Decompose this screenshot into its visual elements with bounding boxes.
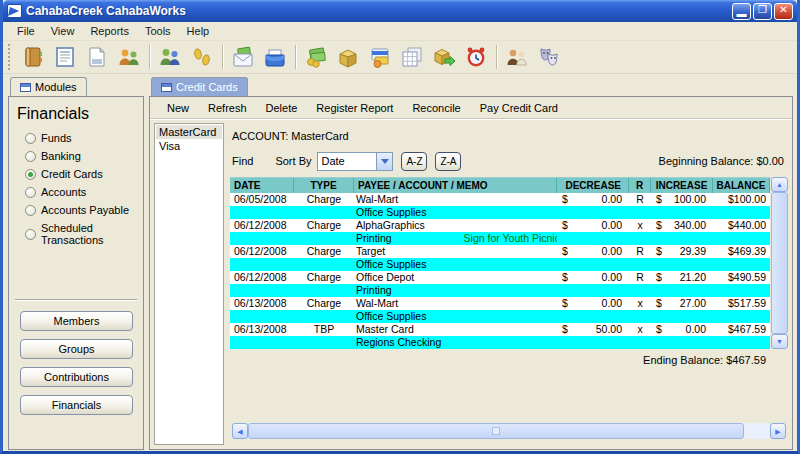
horizontal-scroll-thumb[interactable]: [248, 423, 744, 439]
table-row[interactable]: 06/12/2008 Charge AlphaGraphics $0.00 x …: [230, 219, 770, 232]
title-bar[interactable]: CahabaCreek CahabaWorks ▬ ❐ ✕: [3, 0, 797, 22]
toolbar-grip[interactable]: [8, 44, 12, 70]
close-button[interactable]: ✕: [774, 3, 793, 20]
menu-file[interactable]: File: [9, 23, 43, 39]
tab-modules[interactable]: Modules: [10, 77, 87, 96]
table-row[interactable]: 06/13/2008 Charge Wal-Mart $0.00 x $27.0…: [230, 297, 770, 310]
toolbar-treasure-chest-button[interactable]: [332, 43, 364, 71]
scroll-down-button[interactable]: ▼: [771, 334, 788, 349]
notes-list-icon: [53, 45, 77, 69]
scroll-up-button[interactable]: ▲: [771, 177, 788, 192]
new-action[interactable]: New: [159, 100, 197, 116]
contributions-button[interactable]: Contributions: [20, 367, 133, 387]
horizontal-scroll-track[interactable]: [248, 423, 770, 439]
maximize-button[interactable]: ❐: [753, 3, 772, 20]
menu-reports[interactable]: Reports: [82, 23, 137, 39]
groups-button[interactable]: Groups: [20, 339, 133, 359]
table-memo-row[interactable]: Regions Checking: [230, 336, 770, 349]
toolbar-money-coins-button[interactable]: [300, 43, 332, 71]
toolbar-alarm-clock-button[interactable]: [460, 43, 492, 71]
header-increase[interactable]: INCREASE: [651, 178, 713, 193]
currency-symbol: $: [656, 193, 662, 206]
toolbar-staff-pair-button[interactable]: [501, 43, 533, 71]
header-payee[interactable]: PAYEE / ACCOUNT / MEMO: [354, 178, 557, 193]
toolbar-card-file-button[interactable]: [259, 43, 291, 71]
radio-selected-icon: [25, 169, 36, 180]
toolbar-members-family-button[interactable]: [113, 43, 145, 71]
delete-action[interactable]: Delete: [258, 100, 306, 116]
table-row[interactable]: 06/13/2008 TBP Master Card $50.00 x $0.0…: [230, 323, 770, 336]
toolbar-new-document-button[interactable]: [81, 43, 113, 71]
table-header-row: DATE TYPE PAYEE / ACCOUNT / MEMO DECREAS…: [230, 178, 770, 193]
table-row[interactable]: 06/12/2008 Charge Office Depot $0.00 R $…: [230, 271, 770, 284]
header-balance[interactable]: BALANCE: [713, 178, 770, 193]
tab-credit-cards[interactable]: Credit Cards: [151, 77, 248, 96]
toolbar-notes-button[interactable]: [49, 43, 81, 71]
register-table: DATE TYPE PAYEE / ACCOUNT / MEMO DECREAS…: [230, 177, 770, 349]
table-memo-row[interactable]: Office Supplies: [230, 206, 770, 219]
table-row[interactable]: 06/12/2008 Charge Target $0.00 R $29.39 …: [230, 245, 770, 258]
modules-tab-row: Modules: [8, 77, 144, 96]
currency-symbol: $: [562, 323, 568, 336]
people-group-icon: [158, 45, 182, 69]
vertical-scroll-thumb[interactable]: [771, 192, 788, 334]
table-row[interactable]: 06/05/2008 Charge Wal-Mart $0.00 R $100.…: [230, 193, 770, 206]
header-type[interactable]: TYPE: [294, 178, 354, 193]
scroll-left-button[interactable]: ◀: [232, 423, 248, 439]
toolbar-table-grid-button[interactable]: [396, 43, 428, 71]
register-report-action[interactable]: Register Report: [308, 100, 401, 116]
memo-account: Printing: [356, 232, 392, 244]
members-button[interactable]: Members: [20, 311, 133, 331]
module-option-funds[interactable]: Funds: [25, 132, 143, 144]
toolbar-footprints-button[interactable]: [186, 43, 218, 71]
sort-by-select[interactable]: Date: [317, 152, 393, 171]
module-option-banking[interactable]: Banking: [25, 150, 143, 162]
toolbar-separator: [149, 45, 150, 69]
refresh-action[interactable]: Refresh: [200, 100, 255, 116]
module-option-label: Funds: [41, 132, 72, 144]
account-item-mastercard[interactable]: MasterCard: [156, 125, 222, 139]
module-option-accounts-payable[interactable]: Accounts Payable: [25, 204, 143, 216]
find-row: Find Sort By Date A-Z Z-A Beginning Bala…: [232, 151, 788, 171]
combo-dropdown-button[interactable]: [376, 153, 392, 170]
menu-help[interactable]: Help: [179, 23, 218, 39]
sort-by-label: Sort By: [275, 155, 311, 167]
reconcile-action[interactable]: Reconcile: [404, 100, 468, 116]
toolbar-people-group-button[interactable]: [154, 43, 186, 71]
table-memo-row[interactable]: Printing: [230, 284, 770, 297]
financials-button[interactable]: Financials: [20, 395, 133, 415]
app-window: CahabaCreek CahabaWorks ▬ ❐ ✕ File View …: [0, 0, 800, 454]
table-memo-row[interactable]: Office Supplies: [230, 310, 770, 323]
credit-cards-column: Credit Cards New Refresh Delete Register…: [149, 77, 793, 453]
header-date[interactable]: DATE: [230, 178, 294, 193]
header-decrease[interactable]: DECREASE: [557, 178, 629, 193]
minimize-button[interactable]: ▬: [732, 3, 751, 20]
memo-text: Sign for Youth Picnic: [464, 232, 557, 245]
toolbar-address-book-button[interactable]: [17, 43, 49, 71]
toolbar-distribution-chest-button[interactable]: [428, 43, 460, 71]
module-option-credit-cards[interactable]: Credit Cards: [25, 168, 143, 180]
sort-by-value: Date: [318, 155, 376, 167]
menu-view[interactable]: View: [43, 23, 83, 39]
toolbar-separator: [496, 45, 497, 69]
vertical-scrollbar: ▲ ▼: [771, 177, 788, 349]
toolbar-billing-cards-button[interactable]: [364, 43, 396, 71]
header-reconciled[interactable]: R: [629, 178, 651, 193]
menu-tools[interactable]: Tools: [137, 23, 179, 39]
toolbar-theater-masks-button[interactable]: [533, 43, 565, 71]
account-item-visa[interactable]: Visa: [156, 139, 222, 153]
module-option-scheduled-transactions[interactable]: Scheduled Transactions: [25, 222, 143, 246]
pay-credit-card-action[interactable]: Pay Credit Card: [472, 100, 566, 116]
app-logo-icon: [7, 4, 22, 18]
table-memo-row[interactable]: PrintingSign for Youth Picnic: [230, 232, 770, 245]
module-option-accounts[interactable]: Accounts: [25, 186, 143, 198]
toolbar-mail-money-button[interactable]: [227, 43, 259, 71]
workspace: Modules Financials Funds Banking Credit …: [3, 74, 797, 453]
scroll-right-button[interactable]: ▶: [770, 423, 786, 439]
sort-descending-button[interactable]: Z-A: [435, 152, 461, 171]
chevron-down-icon: [381, 159, 389, 164]
sort-ascending-button[interactable]: A-Z: [401, 152, 427, 171]
table-memo-row[interactable]: Office Supplies: [230, 258, 770, 271]
table-grid-icon: [400, 45, 424, 69]
module-option-label: Accounts Payable: [41, 204, 129, 216]
